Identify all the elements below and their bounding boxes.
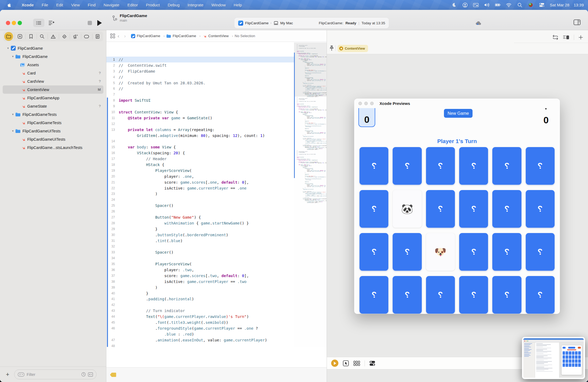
- card-face-down[interactable]: ?: [359, 276, 388, 314]
- sphere-icon[interactable]: [528, 2, 533, 8]
- menu-item-window[interactable]: Window: [207, 3, 230, 7]
- inspector-list-icon[interactable]: [563, 35, 570, 40]
- navigator-toggle-button[interactable]: [33, 19, 44, 27]
- debug-navigator-tab[interactable]: [70, 31, 81, 41]
- card-face-down[interactable]: ?: [459, 276, 488, 314]
- back-button[interactable]: ‹: [118, 33, 119, 39]
- chevron-down-icon[interactable]: ▾: [6, 46, 10, 50]
- keyboard-icon[interactable]: [473, 2, 479, 8]
- sidebar-item-cardview[interactable]: CardView?: [3, 77, 103, 85]
- card-flipped-panda[interactable]: 🐼: [393, 190, 421, 228]
- menu-item-edit[interactable]: Edit: [52, 3, 67, 7]
- card-face-down[interactable]: ?: [526, 190, 555, 228]
- scheme-name[interactable]: FlipCardGame: [245, 21, 269, 25]
- card-face-down[interactable]: ?: [492, 233, 521, 271]
- pin-icon[interactable]: [329, 45, 334, 52]
- sidebar-item-flipcardgameuitests[interactable]: ▾FlipCardGameUITests: [3, 127, 103, 135]
- menu-item-find[interactable]: Find: [84, 3, 99, 7]
- stop-button[interactable]: [88, 21, 92, 25]
- card-face-down[interactable]: ?: [459, 147, 488, 185]
- filter-field[interactable]: Filter: [14, 369, 96, 379]
- card-face-down[interactable]: ?: [393, 276, 421, 314]
- minimap[interactable]: 1//2// ContentView.swift3// FlipCardGame…: [294, 42, 327, 347]
- project-navigator-tab[interactable]: [3, 31, 14, 41]
- menu-item-xcode[interactable]: Xcode: [18, 3, 38, 7]
- add-button[interactable]: +: [6, 371, 9, 378]
- battery-icon[interactable]: [495, 2, 501, 8]
- card-face-down[interactable]: ?: [492, 147, 521, 185]
- xcode-cloud-button[interactable]: [473, 18, 483, 28]
- breakpoint-navigator-tab[interactable]: [81, 31, 92, 41]
- source-control-navigator-tab[interactable]: [14, 31, 26, 41]
- sidebar-item-flipcardgame-stslaunchtests[interactable]: FlipCardGame...stsLaunchTests: [3, 143, 103, 152]
- code-area[interactable]: 1//2// ContentView.swift3// FlipCardGame…: [106, 42, 294, 347]
- selectable-mode-button[interactable]: [343, 360, 349, 367]
- sidebar-item-flipcardgameapp[interactable]: FlipCardGameApp: [3, 94, 103, 102]
- variants-mode-button[interactable]: [353, 361, 360, 366]
- card-face-down[interactable]: ?: [526, 147, 555, 185]
- live-preview-button[interactable]: [331, 360, 338, 367]
- control-center-icon[interactable]: [539, 2, 544, 8]
- menu-item-integrate[interactable]: Integrate: [184, 3, 207, 7]
- sidebar-item-flipcardgameuitests[interactable]: FlipCardGameUITests: [3, 135, 103, 143]
- report-navigator-tab[interactable]: [92, 31, 103, 41]
- minimize-button[interactable]: [12, 21, 16, 25]
- card-face-down[interactable]: ?: [393, 147, 421, 185]
- sidebar-item-flipcardgame[interactable]: ▾FlipCardGame: [3, 44, 103, 52]
- wifi-icon[interactable]: [506, 2, 512, 8]
- breadcrumb-item-1[interactable]: FlipCardGame›: [131, 34, 165, 38]
- menu-item-file[interactable]: File: [38, 3, 52, 7]
- preview-window[interactable]: Xcode Previews 0 New Game 0 Player 1's T…: [354, 99, 560, 314]
- card-face-down[interactable]: ?: [492, 190, 521, 228]
- search-icon[interactable]: [517, 2, 523, 8]
- card-face-down[interactable]: ?: [426, 190, 455, 228]
- related-items-icon[interactable]: [110, 33, 115, 38]
- issue-navigator-tab[interactable]: [48, 31, 59, 41]
- menu-item-navigate[interactable]: Navigate: [99, 3, 123, 7]
- preview-tab[interactable]: ContentView: [338, 45, 368, 52]
- preview-minimize-button[interactable]: [364, 102, 368, 105]
- screenshot-thumbnail[interactable]: [522, 337, 585, 379]
- inspector-toggle-button[interactable]: [574, 19, 581, 25]
- bookmark-navigator-tab[interactable]: [25, 31, 37, 41]
- scheme-selector[interactable]: FlipCardGame › My Mac FlipCardGame: Read…: [234, 18, 389, 28]
- card-face-down[interactable]: ?: [359, 233, 388, 271]
- scheme-branch[interactable]: FlipCardGame main: [112, 13, 147, 24]
- recent-icon[interactable]: [81, 372, 86, 377]
- sidebar-item-flipcardgametests[interactable]: FlipCardGameTests: [3, 119, 103, 127]
- card-face-down[interactable]: ?: [492, 276, 521, 314]
- device-settings-button[interactable]: [369, 360, 376, 366]
- sidebar-item-card[interactable]: Card?: [3, 69, 103, 77]
- sidebar-item-flipcardgame[interactable]: ▾FlipCardGame: [3, 52, 103, 61]
- card-face-down[interactable]: ?: [359, 190, 388, 228]
- card-face-down[interactable]: ?: [426, 147, 455, 185]
- editor-options-button[interactable]: [46, 19, 57, 27]
- card-face-down[interactable]: ?: [393, 233, 421, 271]
- tag-icon[interactable]: [110, 372, 117, 378]
- run-button[interactable]: [97, 20, 102, 26]
- source-control-filter-icon[interactable]: [88, 372, 93, 377]
- preview-close-button[interactable]: [358, 102, 362, 105]
- breadcrumb-item-3[interactable]: ContentView›: [202, 34, 233, 38]
- menu-date[interactable]: Sat Mar 28: [550, 3, 569, 7]
- run-destination[interactable]: My Mac: [280, 21, 293, 25]
- user-icon[interactable]: [462, 2, 468, 8]
- new-game-button[interactable]: New Game: [444, 109, 473, 118]
- card-face-down[interactable]: ?: [526, 276, 555, 314]
- forward-button[interactable]: ›: [124, 33, 126, 39]
- zoom-button[interactable]: [18, 21, 22, 25]
- card-face-down[interactable]: ?: [359, 147, 388, 185]
- menu-item-debug[interactable]: Debug: [164, 3, 184, 7]
- menu-time[interactable]: 13:39: [574, 3, 584, 7]
- volume-icon[interactable]: [484, 2, 490, 8]
- chevron-down-icon[interactable]: ▾: [11, 129, 15, 133]
- source-editor[interactable]: ‹ › FlipCardGame›FlipCardGame›ContentVie…: [106, 30, 327, 382]
- sidebar-item-assets[interactable]: Assets: [3, 61, 103, 69]
- menu-item-help[interactable]: Help: [230, 3, 246, 7]
- sidebar-item-gamestate[interactable]: GameState?: [3, 102, 103, 110]
- card-face-down[interactable]: ?: [426, 276, 455, 314]
- editor-layout-icon[interactable]: [552, 34, 559, 40]
- add-preview-icon[interactable]: [578, 35, 583, 40]
- menu-item-view[interactable]: View: [67, 3, 84, 7]
- menu-item-product[interactable]: Product: [142, 3, 164, 7]
